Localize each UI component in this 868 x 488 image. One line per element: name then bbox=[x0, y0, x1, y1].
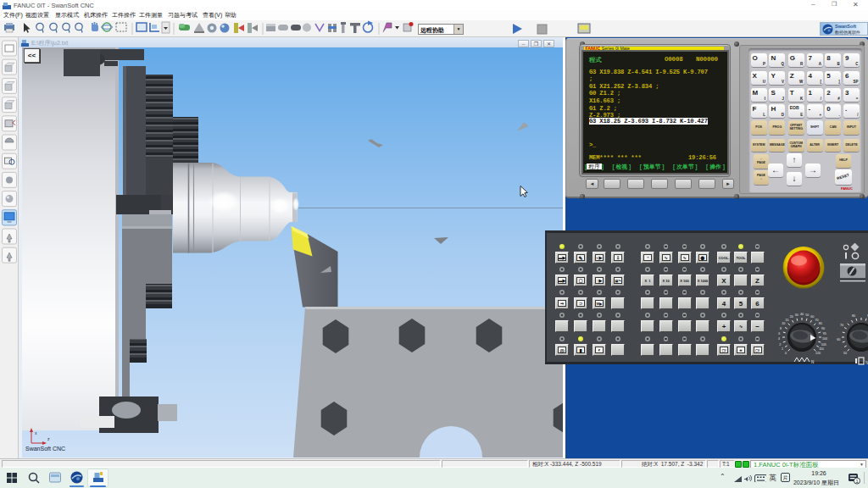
svg-text:110: 110 bbox=[819, 347, 824, 351]
svg-text:10: 10 bbox=[782, 322, 785, 325]
svg-text:105: 105 bbox=[821, 343, 826, 347]
svg-text:95: 95 bbox=[823, 332, 826, 336]
svg-text:6: 6 bbox=[778, 332, 780, 336]
svg-text:30: 30 bbox=[795, 313, 798, 317]
svg-text:1: 1 bbox=[782, 347, 783, 351]
svg-text:N: N bbox=[811, 360, 814, 364]
svg-text:100: 100 bbox=[822, 337, 827, 341]
svg-text:70: 70 bbox=[840, 324, 843, 327]
svg-text:50: 50 bbox=[805, 313, 809, 317]
svg-text:8: 8 bbox=[780, 327, 782, 330]
svg-text:50: 50 bbox=[843, 352, 847, 355]
svg-text:x: x bbox=[35, 430, 37, 435]
svg-text:z: z bbox=[47, 436, 50, 441]
svg-text:60: 60 bbox=[837, 338, 840, 341]
svg-text:40: 40 bbox=[800, 313, 804, 316]
svg-text:120: 120 bbox=[815, 352, 821, 355]
svg-text:60: 60 bbox=[810, 315, 814, 319]
svg-text:90: 90 bbox=[821, 327, 825, 330]
svg-text:2: 2 bbox=[779, 343, 781, 347]
svg-text:80: 80 bbox=[852, 314, 855, 318]
svg-text:0: 0 bbox=[785, 352, 787, 355]
svg-text:4: 4 bbox=[778, 337, 780, 341]
svg-text:20: 20 bbox=[790, 315, 793, 319]
svg-text:15: 15 bbox=[786, 319, 789, 322]
svg-text:1: 1 bbox=[855, 479, 858, 484]
svg-text:80: 80 bbox=[819, 322, 822, 325]
svg-text:70: 70 bbox=[815, 319, 819, 322]
